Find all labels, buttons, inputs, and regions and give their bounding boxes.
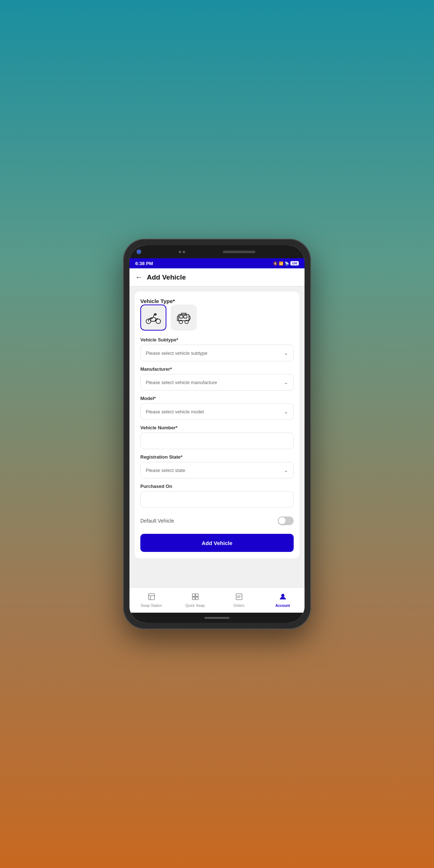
phone-notch: [129, 245, 305, 258]
vehicle-number-input[interactable]: [140, 433, 294, 449]
model-select[interactable]: Please select vehicle model ⌄: [140, 403, 294, 420]
model-placeholder: Please select vehicle model: [146, 409, 204, 414]
camera-dot: [137, 250, 141, 254]
vehicle-type-group: Vehicle Type*: [140, 298, 294, 331]
swap-station-icon: [148, 593, 156, 603]
home-bar: [204, 617, 230, 619]
add-vehicle-button[interactable]: Add Vehicle: [140, 534, 294, 552]
nav-item-orders[interactable]: Orders: [217, 590, 261, 610]
subtype-group: Vehicle Subtype* Please select vehicle s…: [140, 337, 294, 361]
model-label: Model*: [140, 396, 294, 401]
app-content: Vehicle Type*: [129, 286, 305, 587]
account-icon: [279, 593, 287, 603]
svg-rect-15: [195, 597, 198, 600]
svg-rect-4: [180, 315, 183, 318]
default-vehicle-label: Default Vehicle: [140, 518, 174, 524]
speaker: [223, 251, 255, 253]
vehicle-type-scooter[interactable]: [140, 305, 166, 331]
svg-rect-16: [236, 594, 242, 600]
model-chevron: ⌄: [284, 409, 288, 414]
battery-icon: 100: [290, 261, 299, 265]
nav-item-account[interactable]: Account: [261, 590, 305, 610]
page-title: Add Vehicle: [147, 273, 186, 281]
notch-dots: [179, 251, 185, 253]
subtype-chevron: ⌄: [284, 350, 288, 356]
subtype-select[interactable]: Please select vehicle subtype ⌄: [140, 345, 294, 361]
registration-state-chevron: ⌄: [284, 467, 288, 473]
bottom-nav: Swap Station Quick Swap: [129, 587, 305, 613]
manufacturer-chevron: ⌄: [284, 379, 288, 385]
signal-icon: 📶: [279, 261, 283, 265]
purchased-on-label: Purchased On: [140, 484, 294, 489]
registration-state-group: Registration State* Please select state …: [140, 454, 294, 478]
phone-screen: 6:38 PM 🔇 📶 📡 100 ← Add Vehicle Vehicle …: [129, 245, 305, 623]
quick-swap-icon: [191, 593, 199, 603]
scooter-icon: [145, 309, 162, 326]
default-vehicle-toggle[interactable]: [278, 516, 294, 525]
phone-device: 6:38 PM 🔇 📶 📡 100 ← Add Vehicle Vehicle …: [123, 239, 311, 629]
manufacturer-placeholder: Please select vehicle manufacture: [146, 380, 217, 385]
vehicle-type-auto[interactable]: [171, 305, 197, 331]
registration-state-label: Registration State*: [140, 454, 294, 460]
nav-label-orders: Orders: [233, 604, 244, 608]
svg-rect-14: [192, 597, 195, 600]
svg-rect-12: [192, 594, 195, 596]
nav-label-swap-station: Swap Station: [141, 604, 162, 608]
nav-item-swap-station[interactable]: Swap Station: [129, 590, 173, 610]
model-group: Model* Please select vehicle model ⌄: [140, 396, 294, 420]
vehicle-number-label: Vehicle Number*: [140, 425, 294, 430]
svg-rect-5: [184, 315, 187, 318]
default-vehicle-row: Default Vehicle: [140, 513, 294, 529]
status-time: 6:38 PM: [135, 261, 153, 266]
manufacturer-select[interactable]: Please select vehicle manufacture ⌄: [140, 374, 294, 391]
nav-label-quick-swap: Quick Swap: [186, 604, 205, 608]
svg-point-17: [281, 594, 284, 597]
form-card: Vehicle Type*: [135, 292, 299, 558]
mute-icon: 🔇: [273, 261, 277, 265]
wifi-icon: 📡: [285, 261, 289, 265]
registration-state-select[interactable]: Please select state ⌄: [140, 462, 294, 478]
nav-label-account: Account: [276, 604, 290, 608]
app-header: ← Add Vehicle: [129, 268, 305, 286]
vehicle-type-row: [140, 305, 294, 331]
manufacturer-label: Manufacturer*: [140, 366, 294, 372]
auto-icon: [175, 309, 192, 326]
status-icons: 🔇 📶 📡 100: [273, 261, 299, 265]
nav-item-quick-swap[interactable]: Quick Swap: [173, 590, 217, 610]
manufacturer-group: Manufacturer* Please select vehicle manu…: [140, 366, 294, 391]
purchased-on-input[interactable]: [140, 491, 294, 508]
status-bar: 6:38 PM 🔇 📶 📡 100: [129, 258, 305, 268]
toggle-thumb: [278, 517, 286, 524]
subtype-label: Vehicle Subtype*: [140, 337, 294, 342]
svg-rect-11: [148, 594, 154, 600]
subtype-placeholder: Please select vehicle subtype: [146, 350, 208, 356]
home-indicator: [129, 613, 305, 623]
orders-icon: [235, 593, 243, 603]
vehicle-type-label: Vehicle Type*: [140, 298, 175, 304]
vehicle-number-group: Vehicle Number*: [140, 425, 294, 449]
svg-rect-13: [195, 594, 198, 596]
registration-state-placeholder: Please select state: [146, 468, 185, 473]
purchased-on-group: Purchased On: [140, 484, 294, 508]
back-button[interactable]: ←: [135, 273, 142, 281]
